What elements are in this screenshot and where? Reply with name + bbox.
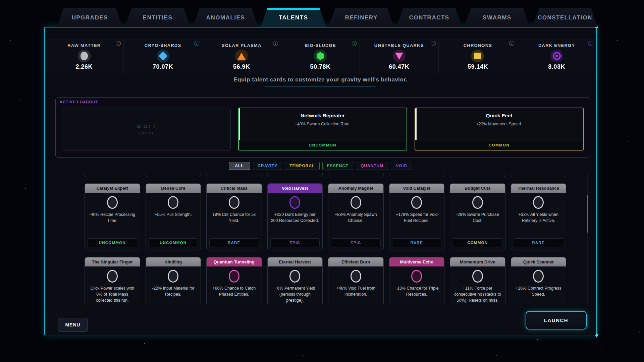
resource-name: CHRONONS <box>464 43 492 48</box>
info-icon[interactable] <box>431 41 436 46</box>
talent-ring-icon <box>472 196 483 209</box>
tab-constellation[interactable]: CONSTELLATION <box>532 8 598 27</box>
talent-description: +33% All Yields when Refinery is Active. <box>511 209 566 224</box>
talent-card-critical-mass[interactable]: Critical Mass 18% Crit Chance for 5x Yie… <box>206 183 262 250</box>
talent-title: Budget Cuts <box>450 184 505 193</box>
info-icon[interactable] <box>509 41 514 46</box>
tab-swarms[interactable]: SWARMS <box>464 8 530 27</box>
filter-temporal[interactable]: TEMPORAL <box>285 162 319 170</box>
bottom-bar: MENU LAUNCH <box>45 311 596 335</box>
talent-card-budget-cuts[interactable]: Budget Cuts -26% Swarm Purchase Cost. CO… <box>450 183 505 250</box>
chronons-icon <box>474 53 481 59</box>
talent-ring-icon <box>533 270 544 283</box>
tab-refinery[interactable]: REFINERY <box>329 8 394 27</box>
tab-label: CONSTELLATION <box>538 14 592 21</box>
unstable-quarks-icon <box>395 53 403 60</box>
resource-name: RAW MATTER <box>67 43 101 48</box>
talent-description: +13% Chance for Triple Resources. <box>389 283 444 297</box>
filter-quantum[interactable]: QUANTUM <box>356 162 388 170</box>
tab-entities[interactable]: ENTITIES <box>125 8 190 27</box>
talent-description: +48% Void Fuel from Incineration. <box>328 283 383 297</box>
info-icon[interactable] <box>116 41 121 46</box>
rarity-badge: EPIC <box>270 238 320 247</box>
tab-anomalies[interactable]: ANOMALIES <box>193 8 258 27</box>
info-icon[interactable] <box>352 41 357 46</box>
tab-upgrades[interactable]: UPGRADES <box>57 8 122 27</box>
talent-ring-icon <box>107 196 118 209</box>
tab-talents[interactable]: TALENTS <box>261 8 326 27</box>
talent-title: Network Repeater <box>239 113 407 119</box>
loadout-slot-1-empty[interactable]: SLOT 1 EMPTY <box>62 108 231 150</box>
filter-void[interactable]: VOID <box>391 162 412 170</box>
talent-title: Quantum Tunneling <box>207 257 262 266</box>
talent-card-quantum-tunneling[interactable]: Quantum Tunneling +66% Chance to Catch P… <box>206 257 262 304</box>
resource-bio-sludge: BIO-SLUDGE 50.78K <box>281 40 360 73</box>
filter-gravity[interactable]: GRAVITY <box>253 162 282 170</box>
talent-ring-icon <box>411 196 422 209</box>
launch-button[interactable]: LAUNCH <box>526 311 587 329</box>
raw-matter-icon <box>80 52 88 60</box>
talent-description: +11% Force per consecutive hit (stacks t… <box>450 283 505 303</box>
talent-card-efficient-burn[interactable]: Efficient Burn +48% Void Fuel from Incin… <box>328 257 384 304</box>
resource-name: BIO-SLUDGE <box>305 43 336 48</box>
rarity-badge: RARE <box>392 238 442 247</box>
tab-contracts[interactable]: CONTRACTS <box>396 8 462 27</box>
talent-title: Critical Mass <box>207 184 262 193</box>
info-icon[interactable] <box>273 41 278 46</box>
talent-card-momentum-drive[interactable]: Momentum Drive +11% Force per consecutiv… <box>450 257 505 304</box>
dark-energy-icon <box>553 52 561 60</box>
talent-card-anomaly-magnet[interactable]: Anomaly Magnet +88% Anomaly Spawn Chance… <box>328 183 384 250</box>
talent-title: Efficient Burn <box>328 257 383 266</box>
talent-card-void-harvest[interactable]: Void Harvest +220 Dark Energy per 200 Re… <box>267 183 323 250</box>
talent-title: The Singular Finger <box>85 257 140 266</box>
talent-card-the-singular-finger[interactable]: The Singular Finger Click Power scales w… <box>85 257 140 304</box>
talent-description: +55% Pull Strength. <box>146 209 201 218</box>
talent-ring-icon <box>351 270 361 283</box>
talent-ring-icon <box>289 270 300 283</box>
talent-description: +26% Contract Progress Speed. <box>511 283 566 297</box>
scrollbar-track[interactable] <box>587 174 588 304</box>
menu-button[interactable]: MENU <box>58 318 88 332</box>
talent-card-dense-core[interactable]: Dense Core +55% Pull Strength. UNCOMMON <box>146 183 201 250</box>
loadout-slots: SLOT 1 EMPTY Network Repeater +40% Swarm… <box>62 108 584 150</box>
resource-chronons: CHRONONS 59.14K <box>439 40 518 73</box>
loadout-slot-3-quick-feet[interactable]: Quick Feet +22% Movement Speed. COMMON <box>415 108 584 150</box>
talent-card-row-2: The Singular Finger Click Power scales w… <box>85 257 566 304</box>
filter-essence[interactable]: ESSENCE <box>322 162 353 170</box>
talent-card-eternal-harvest[interactable]: Eternal Harvest +6% Permanent Yield (per… <box>267 257 323 304</box>
rarity-badge: COMMON <box>415 140 583 150</box>
talent-card-kindling[interactable]: Kindling -22% Input Material for Recipes… <box>146 257 201 304</box>
filter-all[interactable]: ALL <box>229 162 250 170</box>
slot-status: EMPTY <box>138 131 154 135</box>
rarity-badge: UNCOMMON <box>88 238 137 247</box>
talent-title: Quick Feet <box>415 113 583 119</box>
resource-value: 70.07K <box>153 63 173 70</box>
talent-title: Catalyst Expert <box>85 184 140 193</box>
talent-title: Eternal Harvest <box>268 257 323 266</box>
loadout-label: ACTIVE LOADOUT <box>60 100 98 104</box>
talent-card-multiverse-echo[interactable]: Multiverse Echo +13% Chance for Triple R… <box>389 257 445 304</box>
loadout-slot-2-network-repeater[interactable]: Network Repeater +40% Swarm Collection R… <box>238 108 407 150</box>
scrollbar-thumb[interactable] <box>587 195 588 233</box>
resource-solar-plasma: SOLAR PLASMA 56.9K <box>202 40 281 73</box>
talent-grid[interactable]: Catalyst Expert -40% Recipe Processing T… <box>85 173 566 304</box>
resource-name: SOLAR PLASMA <box>222 43 261 48</box>
talent-card-void-catalyst[interactable]: Void Catalyst +176% Speed for Void Fuel … <box>389 183 445 250</box>
talent-card-catalyst-expert[interactable]: Catalyst Expert -40% Recipe Processing T… <box>85 183 140 250</box>
talent-ring-icon <box>168 196 178 209</box>
talent-card-quick-scanner[interactable]: Quick Scanner +26% Contract Progress Spe… <box>511 257 567 304</box>
active-tab-indicator <box>261 8 326 10</box>
talent-title: Momentum Drive <box>450 257 505 266</box>
talent-ring-icon <box>229 270 239 283</box>
talent-description: Click Power scales with 0% of Total Mass… <box>85 283 140 303</box>
screen-subtitle: Equip talent cards to customize your gra… <box>45 76 596 86</box>
resource-unstable-quarks: UNSTABLE QUARKS 60.47K <box>360 40 439 73</box>
info-icon[interactable] <box>194 41 199 46</box>
resource-value: 8.03K <box>548 63 565 70</box>
talent-description: +88% Anomaly Spawn Chance. <box>328 209 383 224</box>
filter-bar: ALL GRAVITY TEMPORAL ESSENCE QUANTUM VOI… <box>45 162 596 170</box>
info-icon[interactable] <box>588 41 593 46</box>
talent-ring-icon <box>533 196 544 209</box>
talent-card-thermal-resonance[interactable]: Thermal Resonance +33% All Yields when R… <box>511 183 567 250</box>
rarity-badge: COMMON <box>453 238 502 247</box>
